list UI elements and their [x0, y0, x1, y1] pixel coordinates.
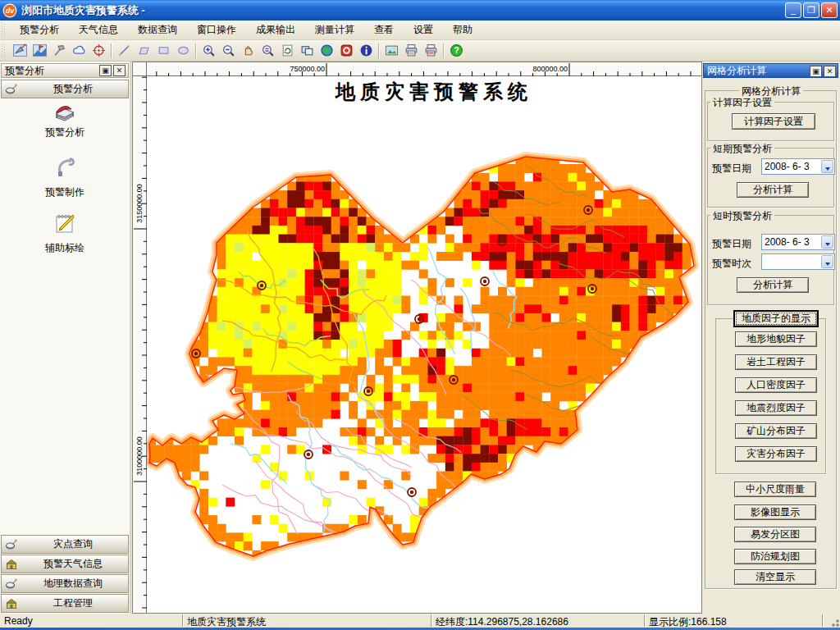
zoom-out-icon[interactable] [218, 42, 238, 60]
left-panel-group-3[interactable]: 工程管理 [1, 594, 129, 613]
map-area: 750000.00800000.00 3150000.003100000.00 … [132, 62, 702, 614]
satellite-icon[interactable] [10, 42, 30, 60]
menu-item-5[interactable]: 测量计算 [305, 21, 364, 39]
bottom-button-0[interactable]: 中小尺度雨量 [734, 482, 816, 497]
calc-factor-group-label: 计算因子设置 [710, 96, 774, 110]
polygon-icon[interactable] [134, 42, 153, 60]
menu-item-6[interactable]: 查看 [364, 21, 404, 39]
radar-icon [5, 578, 18, 591]
bottom-button-3[interactable]: 防治规划图 [734, 549, 816, 564]
left-item-label-0[interactable]: 预警分析 [0, 126, 130, 139]
resize-grip[interactable] [829, 616, 839, 627]
minimize-button[interactable]: _ [785, 2, 801, 18]
notepad-icon[interactable] [52, 210, 78, 236]
short-term-date-dropdown-icon[interactable] [821, 160, 833, 173]
toolbar: ? [0, 40, 840, 62]
factor-button-0[interactable]: 地形地貌因子 [735, 331, 817, 347]
geo-factor-display-button[interactable]: 地质因子的显示 [733, 310, 819, 327]
menu-item-2[interactable]: 数据查询 [128, 21, 187, 39]
menu-item-4[interactable]: 成果输出 [246, 21, 305, 39]
short-time-analyze-button[interactable]: 分析计算 [737, 277, 809, 293]
right-panel-title: 网格分析计算 [707, 64, 766, 78]
menu-item-0[interactable]: 预警分析 [10, 21, 69, 39]
toolbar-gripper[interactable] [2, 43, 5, 58]
short-time-date-dropdown-icon[interactable] [821, 235, 833, 249]
restore-button[interactable]: ❐ [803, 2, 819, 18]
print-preview-icon[interactable] [421, 42, 441, 60]
cloud-icon[interactable] [69, 42, 89, 60]
zoom-in-icon[interactable] [199, 42, 218, 60]
station-icon [5, 597, 18, 610]
short-time-times-dropdown-icon[interactable] [821, 255, 833, 268]
left-panel-pin-icon[interactable]: ▣ [99, 65, 112, 76]
short-time-date-combo[interactable]: 2008- 6- 3 [761, 234, 835, 250]
image-icon[interactable] [381, 42, 401, 60]
vertical-ruler: 3150000.003100000.00 [133, 76, 147, 613]
ruler-corner [133, 62, 147, 76]
info-icon[interactable] [356, 42, 376, 60]
zoom-select-icon[interactable] [258, 42, 277, 60]
locate-icon[interactable] [89, 42, 108, 60]
bottom-button-4[interactable]: 清空显示 [734, 569, 816, 585]
bottom-button-2[interactable]: 易发分区图 [734, 527, 816, 542]
tool-icon[interactable] [52, 154, 78, 180]
menu-item-8[interactable]: 帮助 [443, 21, 482, 39]
horizontal-ruler: 750000.00800000.00 [147, 62, 701, 76]
menubar-gripper[interactable] [2, 23, 5, 36]
line-icon[interactable] [114, 42, 134, 60]
stop-icon[interactable] [336, 42, 356, 60]
map-title: 地质灾害预警系统 [336, 79, 532, 105]
factor-button-5[interactable]: 灾害分布因子 [735, 446, 817, 462]
toolbar-separator [111, 43, 112, 58]
warning-analysis-group-icon [5, 83, 18, 96]
menu-item-1[interactable]: 天气信息 [69, 21, 128, 39]
terrain-icon[interactable] [30, 42, 49, 60]
left-panel-group-header[interactable]: 预警分析 [1, 80, 129, 98]
factor-button-1[interactable]: 岩土工程因子 [735, 354, 817, 370]
menu-bar: 预警分析天气信息数据查询窗口操作成果输出测量计算查看设置帮助 [0, 21, 840, 40]
factor-button-2[interactable]: 人口密度因子 [735, 377, 817, 393]
book-icon[interactable] [52, 100, 78, 126]
short-term-date-label: 预警日期 [712, 162, 751, 176]
globe-icon[interactable] [317, 42, 336, 60]
left-panel-close-icon[interactable]: ✕ [113, 65, 126, 76]
ellipse-icon[interactable] [173, 42, 193, 60]
short-time-date-value: 2008- 6- 3 [765, 236, 810, 248]
short-time-times-combo[interactable] [761, 253, 835, 270]
factor-button-4[interactable]: 矿山分布因子 [735, 423, 817, 439]
short-term-analyze-button[interactable]: 分析计算 [737, 182, 809, 198]
left-panel-group-2[interactable]: 地理数据查询 [1, 574, 129, 593]
svg-text:dv: dv [6, 7, 15, 15]
help-icon[interactable]: ? [446, 42, 466, 60]
calc-factor-settings-button[interactable]: 计算因子设置 [732, 113, 815, 130]
bottom-button-1[interactable]: 影像图显示 [734, 504, 816, 520]
title-bar: dv 浏阳市地质灾害预警系统 - _ ❐ ✕ [0, 0, 840, 21]
close-button[interactable]: ✕ [821, 2, 838, 18]
left-panel-group-label: 预警分析 [18, 82, 128, 96]
short-term-date-combo[interactable]: 2008- 6- 3 [761, 158, 835, 175]
right-panel-close-icon[interactable]: ✕ [824, 66, 836, 77]
pan-hand-icon[interactable] [238, 42, 258, 60]
left-dock-panel: 预警分析 ▣ ✕ 预警分析 预警分析预警制作辅助标绘 灾点查询预警天气信息地理数… [0, 62, 131, 614]
rectangle-icon[interactable] [153, 42, 173, 60]
refresh-icon[interactable] [277, 42, 297, 60]
app-logo-icon: dv [0, 3, 17, 18]
right-panel-pin-icon[interactable]: ▣ [810, 66, 822, 77]
status-ready: Ready [4, 615, 33, 627]
left-item-label-1[interactable]: 预警制作 [0, 185, 130, 199]
vruler-ticks [133, 76, 147, 614]
left-panel-group-1[interactable]: 预警天气信息 [1, 555, 129, 573]
right-panel-header: 网格分析计算 ▣ ✕ [703, 63, 838, 78]
left-panel-group-0[interactable]: 灾点查询 [1, 535, 129, 554]
menu-item-7[interactable]: 设置 [404, 21, 443, 39]
menu-item-3[interactable]: 窗口操作 [187, 21, 246, 39]
hruler-ticks [147, 62, 703, 76]
map-canvas[interactable]: 地质灾害预警系统 [147, 76, 701, 613]
layers-icon[interactable] [297, 42, 317, 60]
h-ruler-label-1: 800000.00 [525, 65, 568, 73]
v-ruler-label-1: 3100000.00 [135, 431, 144, 481]
print-icon[interactable] [401, 42, 421, 60]
hammer-icon[interactable] [49, 42, 69, 60]
left-item-label-2[interactable]: 辅助标绘 [0, 241, 130, 255]
factor-button-3[interactable]: 地震烈度因子 [735, 400, 817, 416]
